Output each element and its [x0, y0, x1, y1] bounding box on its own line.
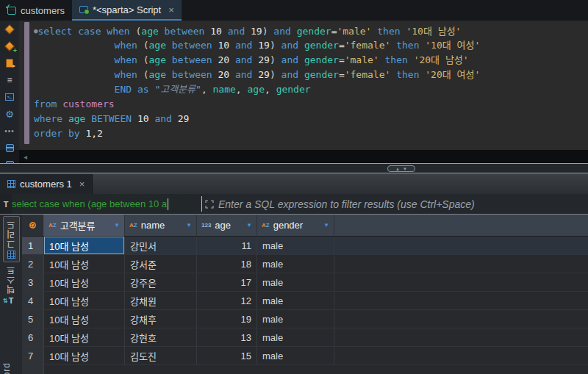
row-number-cell[interactable]: 1	[22, 237, 44, 254]
settings-gear-icon[interactable]: ⚙	[4, 109, 15, 119]
terminal-icon[interactable]: >_	[4, 92, 15, 102]
sql-editor[interactable]: + ≡ >_ ⚙ ••• ●select case when (age betw…	[0, 21, 588, 150]
overflow-dots-icon[interactable]: •••	[4, 126, 15, 136]
cell-고객분류[interactable]: 10대 남성	[44, 237, 125, 254]
sql-line-5: END as "고객분류", name, age, gender	[34, 82, 480, 97]
table-row[interactable]: 510대 남성강채후19male	[22, 310, 588, 328]
execute-new-tab-icon[interactable]: +	[4, 41, 15, 51]
expand-filter-icon[interactable]	[205, 200, 214, 209]
corner-select-icon	[29, 222, 36, 229]
cell-고객분류[interactable]: 10대 남성	[44, 255, 125, 273]
tab-customers-label: customers	[21, 5, 65, 16]
execute-statement-icon[interactable]	[4, 24, 15, 35]
presentation-tab-grid[interactable]: 그리드	[3, 216, 20, 262]
filter-source-preview[interactable]: select case when (age between 10 a	[12, 194, 201, 214]
explain-plan-icon[interactable]: ≡	[4, 75, 15, 85]
column-filter-arrow-icon[interactable]: ▼	[246, 222, 252, 229]
cell-name[interactable]: 강현호	[125, 328, 197, 346]
cell-gender[interactable]: male	[257, 292, 334, 309]
cell-고객분류[interactable]: 10대 남성	[44, 273, 125, 291]
presentation-tab-text[interactable]: 텍스트 T	[4, 262, 19, 308]
sql-line-3: when (age between 20 and 29) and gender=…	[34, 53, 480, 68]
results-tab-customers-1[interactable]: customers 1 ×	[0, 174, 93, 194]
record-partial-label: ord	[1, 362, 12, 374]
cell-age[interactable]: 17	[197, 273, 257, 291]
splitter-collapse-control[interactable]: ▲ ▼	[387, 165, 415, 172]
cell-name[interactable]: 강서준	[125, 255, 197, 273]
row-number-cell[interactable]: 2	[22, 255, 44, 273]
cell-age[interactable]: 18	[197, 255, 257, 273]
table-row[interactable]: 110대 남성강민서11male	[22, 237, 588, 255]
scroll-left-arrow-icon[interactable]: ◂	[24, 153, 27, 161]
row-filler	[334, 347, 588, 364]
row-number-cell[interactable]: 3	[22, 273, 44, 291]
cell-고객분류[interactable]: 10대 남성	[44, 328, 125, 346]
sql-line-8: order by 1,2	[34, 126, 480, 141]
execute-script-icon[interactable]	[4, 58, 15, 68]
editor-results-splitter[interactable]: ▲ ▼	[0, 163, 588, 173]
column-filter-arrow-icon[interactable]: ▼	[186, 222, 192, 229]
sql-script-icon	[79, 6, 88, 13]
row-filler	[334, 273, 588, 291]
collapse-down-icon[interactable]: ▼	[403, 167, 407, 171]
column-header-gender[interactable]: AZgender▼	[257, 215, 334, 236]
editor-hscrollbar[interactable]: ◂	[19, 150, 588, 163]
grid-header-row: AZ고객분류▼AZname▼123age▼AZgender▼	[22, 215, 588, 237]
column-header-고객분류[interactable]: AZ고객분류▼	[44, 215, 125, 236]
cell-name[interactable]: 강민서	[125, 237, 197, 254]
row-number-cell[interactable]: 6	[22, 328, 44, 346]
cell-gender[interactable]: male	[257, 347, 334, 364]
results-filter-bar: T select case when (age between 10 a Ent…	[0, 194, 588, 215]
cell-name[interactable]: 김도진	[125, 347, 197, 364]
cell-name[interactable]: 강채원	[125, 292, 197, 309]
column-header-age[interactable]: 123age▼	[197, 215, 257, 236]
tab-sparta-script[interactable]: *<sparta> Script ×	[72, 0, 182, 21]
cell-age[interactable]: 19	[197, 310, 257, 328]
cell-age[interactable]: 11	[197, 237, 257, 254]
row-number-cell[interactable]: 5	[22, 310, 44, 328]
results-tab-bar: customers 1 ×	[0, 173, 588, 194]
row-number-cell[interactable]: 7	[22, 347, 44, 364]
table-row[interactable]: 710대 남성김도진15male	[22, 347, 588, 365]
cell-고객분류[interactable]: 10대 남성	[44, 292, 125, 309]
results-tab-label: customers 1	[20, 179, 72, 190]
filter-expression-input[interactable]: Enter a SQL expression to filter results…	[202, 194, 588, 214]
editor-side-toolbar: + ≡ >_ ⚙ •••	[0, 21, 19, 150]
row-number-cell[interactable]: 4	[22, 292, 44, 309]
cell-gender[interactable]: male	[257, 237, 334, 254]
row-filler	[334, 310, 588, 328]
tab-customers[interactable]: customers	[0, 0, 72, 21]
column-label: name	[141, 220, 165, 231]
row-filler	[334, 255, 588, 273]
result-grid[interactable]: AZ고객분류▼AZname▼123age▼AZgender▼ 110대 남성강민…	[22, 215, 588, 374]
cell-gender[interactable]: male	[257, 310, 334, 328]
cell-gender[interactable]: male	[257, 328, 334, 346]
table-row[interactable]: 310대 남성강주은17male	[22, 273, 588, 292]
column-header-name[interactable]: AZname▼	[125, 215, 197, 236]
cell-age[interactable]: 12	[197, 292, 257, 309]
column-filter-arrow-icon[interactable]: ▼	[114, 222, 120, 229]
log-icon[interactable]	[4, 143, 15, 153]
text-caret	[168, 198, 168, 210]
cell-age[interactable]: 13	[197, 328, 257, 346]
filter-type-icon[interactable]: T	[0, 194, 12, 214]
cell-고객분류[interactable]: 10대 남성	[44, 310, 125, 328]
close-icon[interactable]: ×	[79, 179, 85, 190]
cell-name[interactable]: 강주은	[125, 273, 197, 291]
cell-name[interactable]: 강채후	[125, 310, 197, 328]
close-icon[interactable]: ×	[168, 4, 174, 15]
table-row[interactable]: 410대 남성강채원12male	[22, 292, 588, 310]
select-all-corner[interactable]	[22, 215, 44, 236]
editor-tab-bar: customers *<sparta> Script ×	[0, 0, 588, 21]
table-row[interactable]: 610대 남성강현호13male	[22, 328, 588, 347]
cell-gender[interactable]: male	[257, 255, 334, 273]
column-label: 고객분류	[60, 218, 96, 232]
cell-고객분류[interactable]: 10대 남성	[44, 347, 125, 364]
column-filter-arrow-icon[interactable]: ▼	[323, 222, 329, 229]
cell-age[interactable]: 15	[197, 347, 257, 364]
column-label: age	[215, 220, 231, 231]
sql-code[interactable]: ●select case when (age between 10 and 19…	[34, 24, 480, 141]
collapse-up-icon[interactable]: ▲	[395, 167, 400, 171]
cell-gender[interactable]: male	[257, 273, 334, 291]
table-row[interactable]: 210대 남성강서준18male	[22, 255, 588, 273]
